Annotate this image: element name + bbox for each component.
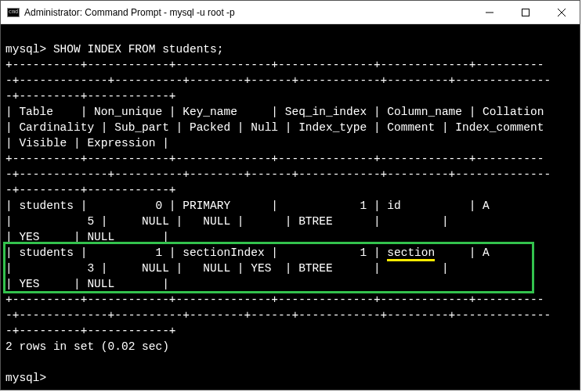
close-icon <box>558 9 566 16</box>
divider: +----------+------------+--------------+… <box>5 153 544 165</box>
header-line1: | Table | Non_unique | Key_name | Seq_in… <box>5 106 544 118</box>
divider: -+-------------+----------+--------+----… <box>5 74 551 87</box>
prompt: mysql> <box>5 372 46 384</box>
divider: -+-------------+----------+--------+----… <box>5 168 551 181</box>
header-line3: | Visible | Expression | <box>5 137 169 149</box>
window-controls <box>472 1 580 23</box>
row2-line2: | 3 | NULL | NULL | YES | BTREE | | <box>5 262 449 275</box>
row1-line3: | YES | NULL | <box>5 231 169 243</box>
titlebar[interactable]: cmd Administrator: Command Prompt - mysq… <box>1 1 580 24</box>
window-title: Administrator: Command Prompt - mysql -u… <box>24 7 472 18</box>
cmd-icon: cmd <box>7 8 20 17</box>
svg-rect-1 <box>522 9 530 16</box>
highlighted-column: section <box>387 246 435 261</box>
maximize-icon <box>522 9 530 16</box>
minimize-button[interactable] <box>472 1 508 23</box>
divider: -+---------+------------+ <box>5 184 176 196</box>
result-footer: 2 rows in set (0.02 sec) <box>5 340 169 353</box>
terminal-output[interactable]: mysql> SHOW INDEX FROM students; +------… <box>1 24 580 390</box>
row2-line1-pre: | students | 1 | sectionIndex | 1 | <box>5 246 387 259</box>
row2-line1-post: | A <box>435 246 490 259</box>
row1-line1: | students | 0 | PRIMARY | 1 | id | A <box>5 200 490 212</box>
divider: +----------+------------+--------------+… <box>5 59 544 71</box>
row1-line2: | 5 | NULL | NULL | | BTREE | | <box>5 215 449 228</box>
header-line2: | Cardinality | Sub_part | Packed | Null… <box>5 121 544 134</box>
close-button[interactable] <box>544 1 580 23</box>
command-prompt-window: cmd Administrator: Command Prompt - mysq… <box>0 0 580 390</box>
minimize-icon <box>486 9 493 16</box>
prompt: mysql> <box>5 43 46 56</box>
cmd-icon-text: cmd <box>9 9 19 15</box>
divider: -+---------+------------+ <box>5 90 176 102</box>
row2-line3: | YES | NULL | <box>5 278 169 290</box>
maximize-button[interactable] <box>508 1 544 23</box>
divider: -+-------------+----------+--------+----… <box>5 309 551 322</box>
divider: +----------+------------+--------------+… <box>5 293 544 306</box>
sql-command: SHOW INDEX FROM students; <box>53 43 224 56</box>
cursor <box>46 372 47 384</box>
divider: -+---------+------------+ <box>5 325 176 337</box>
